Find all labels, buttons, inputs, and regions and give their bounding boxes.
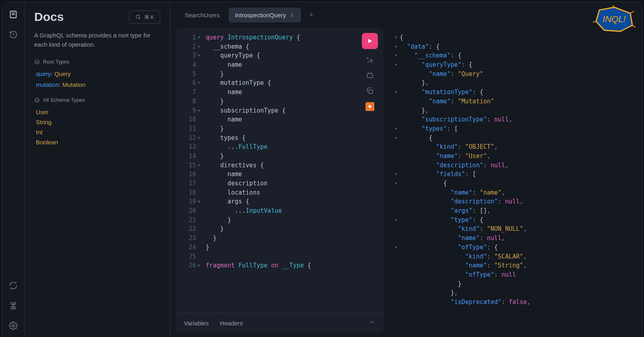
history-icon[interactable] [9, 30, 18, 39]
svg-line-5 [139, 18, 140, 19]
merge-icon[interactable] [366, 72, 374, 80]
svg-marker-14 [368, 39, 372, 43]
svg-rect-18 [369, 90, 373, 94]
query-editor: 1▼2▼3▼456▼789▼101112▼131415▼16171819▼202… [176, 28, 384, 333]
root-type-row[interactable]: query: Query [34, 70, 160, 77]
chevron-down-icon [34, 59, 40, 65]
variables-tab[interactable]: Variables [184, 320, 208, 327]
root-type-row[interactable]: mutation: Mutation [34, 81, 160, 88]
docs-icon[interactable] [9, 10, 18, 19]
search-button[interactable]: ⌘ K [129, 10, 160, 24]
shortcuts-icon[interactable] [9, 301, 18, 310]
lightning-icon[interactable] [365, 102, 374, 111]
refresh-icon[interactable] [9, 281, 18, 290]
tabs-row: SearchUsersIntrospectionQuery✕ + [170, 2, 642, 28]
svg-point-7 [35, 98, 39, 102]
tab[interactable]: SearchUsers [178, 8, 226, 23]
svg-point-6 [35, 60, 39, 64]
editor-footer: Variables Headers [176, 313, 384, 333]
svg-point-3 [12, 325, 14, 327]
icon-rail [2, 2, 25, 337]
search-icon [135, 14, 141, 20]
prettify-icon[interactable] [366, 56, 374, 64]
svg-marker-19 [368, 104, 372, 109]
docs-title: Docs [34, 10, 64, 24]
headers-tab[interactable]: Headers [220, 320, 243, 327]
add-tab-button[interactable]: + [303, 7, 319, 23]
close-icon[interactable]: ✕ [290, 12, 295, 18]
tab[interactable]: IntrospectionQuery✕ [229, 8, 301, 23]
svg-text:INQL!: INQL! [603, 14, 625, 24]
main-area: INQL! SearchUsersIntrospectionQuery✕ + 1… [170, 2, 642, 337]
docs-panel: Docs ⌘ K A GraphQL schema provides a roo… [25, 2, 170, 337]
schema-type-item[interactable]: Int [34, 129, 160, 136]
schema-type-item[interactable]: Boolean [34, 139, 160, 146]
svg-line-13 [593, 21, 596, 22]
settings-icon[interactable] [9, 321, 18, 330]
svg-line-11 [630, 11, 634, 13]
chevron-down-icon [34, 97, 40, 103]
svg-rect-15 [367, 74, 372, 78]
schema-type-item[interactable]: String [34, 119, 160, 125]
footer-expand-icon[interactable] [369, 319, 376, 327]
search-shortcut: ⌘ K [144, 14, 154, 20]
run-button[interactable] [362, 33, 378, 49]
copy-icon[interactable] [366, 87, 374, 95]
root-types-header[interactable]: Root Types [34, 59, 160, 65]
code-editor[interactable]: 1▼2▼3▼456▼789▼101112▼131415▼16171819▼202… [176, 28, 384, 313]
inql-logo: INQL! [592, 5, 636, 33]
all-schema-header[interactable]: All Schema Types [34, 97, 160, 103]
svg-point-4 [136, 15, 139, 18]
response-panel[interactable]: ▼{▼ "data": {▼ "__schema": {▼ "queryType… [389, 28, 636, 333]
docs-description: A GraphQL schema provides a root type fo… [34, 31, 160, 49]
svg-line-12 [632, 25, 636, 27]
schema-type-item[interactable]: User [34, 109, 160, 115]
